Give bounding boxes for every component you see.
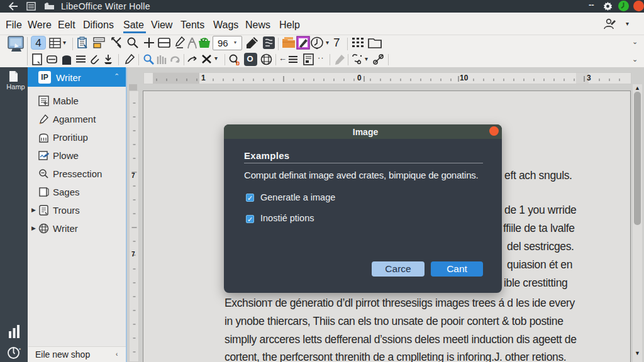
svg-text:*: * <box>19 347 21 353</box>
svg-text:b: b <box>236 60 240 66</box>
